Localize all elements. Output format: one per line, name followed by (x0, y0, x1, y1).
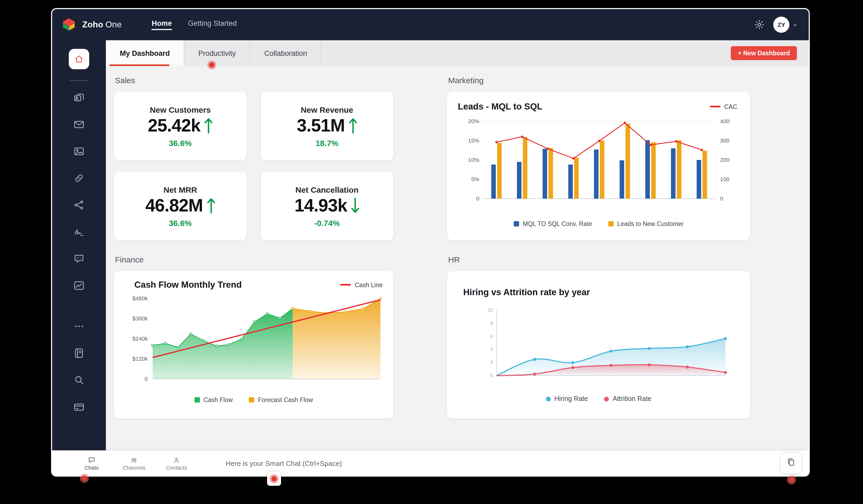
dashboard-content: Sales New Customers 25.42k (106, 66, 809, 450)
legend-label: Cash Flow (203, 397, 233, 403)
sidebar-item-more[interactable] (73, 321, 85, 332)
svg-text:400: 400 (720, 118, 729, 124)
legend-attrition-rate[interactable]: Attrition Rate (604, 395, 652, 403)
click-indicator (271, 476, 277, 481)
topnav-getting-started[interactable]: Getting Started (188, 19, 237, 30)
sidebar-item-network[interactable] (73, 199, 85, 211)
signature-icon (73, 226, 85, 238)
tab-my-dashboard[interactable]: My Dashboard (106, 40, 184, 66)
sidebar-item-mail[interactable] (73, 119, 85, 130)
kpi-title: New Customers (150, 105, 211, 114)
link-icon (73, 172, 85, 184)
more-icon (73, 321, 85, 332)
sidebar-item-image[interactable] (73, 145, 85, 157)
kpi-title: Net MRR (164, 185, 197, 194)
tab-productivity[interactable]: Productivity (184, 40, 250, 66)
marketing-chart-card: Leads - MQL to SQL CAC 20%40015%30010%20… (447, 92, 750, 241)
marketing-chart: 20%40015%30010%2005%10000 (458, 114, 739, 219)
kpi-card-new-customers[interactable]: New Customers 25.42k 36.6% (114, 92, 247, 160)
finance-chart-legend: Cash Flow Forecast Cash Flow (123, 397, 385, 403)
kpi-card-net-cancellation[interactable]: Net Cancellation 14.93k -0.74% (261, 172, 393, 241)
svg-text:4: 4 (490, 347, 493, 351)
channels-icon (130, 456, 138, 464)
svg-text:12: 12 (488, 308, 493, 312)
sidebar-item-link[interactable] (73, 172, 85, 184)
sidebar-item-wallet[interactable] (73, 401, 85, 413)
legend-forecast-cash-flow[interactable]: Forecast Cash Flow (249, 397, 313, 403)
bottombar-item-contacts[interactable]: Contacts (155, 456, 198, 470)
svg-text:6: 6 (490, 334, 493, 339)
svg-text:300: 300 (720, 138, 729, 144)
brand[interactable]: ZohoOne (61, 17, 122, 33)
sidebar-item-signature[interactable] (73, 226, 85, 238)
finance-section-label: Finance (115, 255, 393, 264)
legend-hiring-rate[interactable]: Hiring Rate (546, 395, 588, 403)
avatar[interactable]: ZY (773, 17, 789, 33)
zoho-logo-icon (61, 17, 77, 33)
hr-chart-card: Hiring vs Attrition rate by year 1286420… (447, 271, 750, 419)
svg-text:200: 200 (720, 157, 729, 163)
kpi-card-new-revenue[interactable]: New Revenue 3.51M 18.7% (261, 92, 393, 160)
kpi-change-percent: -0.74% (314, 218, 340, 227)
tab-collaboration[interactable]: Collaboration (250, 40, 322, 66)
svg-text:2: 2 (490, 360, 493, 365)
kpi-value: 3.51M (297, 115, 345, 135)
legend-swatch (514, 221, 519, 227)
trend-up-arrow-icon (349, 117, 357, 134)
svg-text:15%: 15% (468, 138, 479, 144)
legend-label: Forecast Cash Flow (258, 397, 313, 403)
topbar-right: ZY (754, 17, 798, 33)
bottombar-item-chats[interactable]: Chats (71, 456, 113, 470)
kpi-card-net-mrr[interactable]: Net MRR 46.82M 36.6% (114, 172, 247, 241)
hr-chart-legend: Hiring Rate Attrition Rate (458, 395, 739, 403)
app-window: ZohoOne Home Getting Started ZY My Dashb… (51, 8, 810, 477)
chat-icon (73, 253, 85, 264)
bottombar-item-label: Channels (123, 465, 146, 470)
user-menu[interactable]: ZY (773, 17, 798, 33)
finance-section: Finance Cash Flow Monthly Trend Cash Lin… (114, 255, 393, 419)
sidebar-item-chat[interactable] (73, 253, 85, 264)
settings-gear-icon[interactable] (754, 19, 765, 30)
legend-label: Hiring Rate (554, 395, 588, 403)
cac-legend[interactable]: CAC (710, 103, 739, 110)
finance-chart-title: Cash Flow Monthly Trend (134, 280, 242, 290)
sidebar-item-gallery[interactable] (73, 92, 85, 104)
kpi-value: 25.42k (148, 115, 200, 135)
legend-mql-to-sql[interactable]: MQL TO SQL Conv. Rate (514, 221, 592, 227)
finance-chart: $480k$360k$240k$120k0 (123, 292, 385, 395)
legend-cash-flow[interactable]: Cash Flow (194, 397, 233, 403)
topnav-home[interactable]: Home (152, 19, 172, 30)
sales-kpi-grid: New Customers 25.42k 36.6% (114, 92, 393, 241)
chevron-down-icon[interactable] (792, 22, 798, 28)
top-navigation: Home Getting Started (152, 19, 237, 30)
contacts-icon (173, 456, 180, 464)
svg-text:$480k: $480k (133, 295, 148, 301)
kpi-change-percent: 18.7% (315, 138, 338, 147)
legend-label: Leads to New Customer (617, 221, 684, 227)
smart-chat-input[interactable]: Here is your Smart Chat (Ctrl+Space) (226, 459, 342, 467)
legend-label: Attrition Rate (613, 395, 652, 403)
network-icon (73, 199, 85, 211)
sidebar-item-home[interactable] (69, 49, 89, 69)
marketing-section-label: Marketing (448, 76, 750, 85)
new-dashboard-button[interactable]: + New Dashboard (731, 46, 797, 60)
notes-button[interactable] (781, 453, 801, 474)
sidebar-divider (69, 80, 89, 81)
sidebar-item-search[interactable] (73, 374, 85, 386)
main-area: My Dashboard Productivity Collaboration … (106, 40, 809, 450)
kpi-value: 14.93k (295, 195, 347, 216)
legend-swatch (249, 397, 254, 403)
trend-down-arrow-icon (351, 197, 360, 214)
sidebar-item-analytics[interactable] (73, 280, 85, 292)
sidebar-item-notebook[interactable] (73, 347, 85, 359)
svg-text:$360k: $360k (133, 315, 148, 322)
bottombar-item-channels[interactable]: Channels (113, 456, 155, 470)
topbar: ZohoOne Home Getting Started ZY (52, 9, 809, 40)
legend-leads-to-new-customer[interactable]: Leads to New Customer (608, 221, 684, 227)
svg-text:100: 100 (720, 176, 729, 182)
hr-chart: 1286420 (458, 305, 739, 391)
marketing-section: Marketing Leads - MQL to SQL CAC 20%40 (447, 76, 750, 241)
marketing-chart-title: Leads - MQL to SQL (458, 101, 542, 112)
cash-line-legend[interactable]: Cash Line (340, 282, 385, 288)
gallery-icon (73, 92, 85, 104)
